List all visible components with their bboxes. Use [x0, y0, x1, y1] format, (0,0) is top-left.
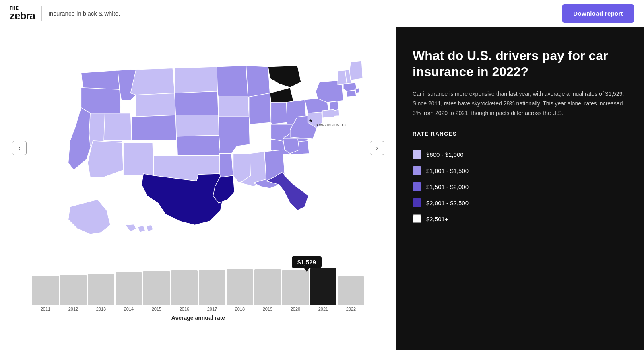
header: THE zebra Insurance in black & white. Do… [0, 0, 644, 27]
chart-year-labels: 2011201220132014201520162017201820192020… [32, 307, 364, 311]
svg-marker-42 [349, 61, 363, 80]
range-label: $2,001 - $2,500 [426, 200, 469, 206]
range-item: $1,001 - $1,500 [413, 166, 628, 175]
map-container: ‹ [8, 35, 388, 261]
range-swatch [413, 182, 421, 191]
svg-marker-45 [347, 90, 356, 97]
svg-marker-12 [174, 91, 218, 115]
svg-marker-23 [249, 93, 271, 124]
bar-chart: $1,529 [32, 265, 364, 305]
svg-marker-6 [136, 93, 175, 117]
svg-marker-19 [219, 117, 250, 154]
svg-marker-1 [81, 88, 120, 113]
svg-marker-24 [268, 66, 301, 88]
range-item: $2,001 - $2,500 [413, 198, 628, 207]
logo: THE zebra [10, 6, 35, 21]
header-tagline: Insurance in black & white. [48, 10, 120, 17]
header-left: THE zebra Insurance in black & white. [10, 6, 120, 21]
svg-marker-18 [218, 97, 249, 117]
svg-marker-9 [87, 141, 123, 177]
chevron-right-icon: › [376, 144, 378, 152]
logo-zebra: zebra [10, 10, 35, 21]
chevron-left-icon: ‹ [18, 144, 20, 152]
range-item: $1,501 - $2,000 [413, 182, 628, 191]
right-panel-heading: What do U.S. drivers pay for car insuran… [413, 47, 628, 80]
chart-x-label: Average annual rate [32, 315, 364, 321]
svg-marker-53 [146, 225, 153, 231]
dc-label: ★ WASHINGTON, D.C. [316, 123, 346, 127]
rate-ranges-list: $600 - $1,000$1,001 - $1,500$1,501 - $2,… [413, 150, 628, 223]
svg-marker-7 [103, 113, 131, 140]
svg-marker-51 [125, 224, 136, 232]
rate-ranges-divider [413, 142, 628, 142]
right-panel: What do U.S. drivers pay for car insuran… [396, 27, 644, 350]
svg-marker-52 [138, 226, 145, 232]
svg-marker-17 [217, 66, 248, 97]
range-swatch [413, 150, 421, 159]
rate-ranges-title: RATE RANGES [413, 131, 628, 137]
svg-marker-47 [334, 109, 339, 116]
header-divider [41, 6, 42, 21]
svg-marker-10 [123, 142, 154, 175]
svg-marker-8 [132, 115, 176, 141]
svg-marker-50 [68, 200, 110, 235]
svg-text:★: ★ [308, 118, 312, 123]
svg-marker-20 [219, 154, 233, 177]
range-item: $2,501+ [413, 214, 628, 223]
right-panel-description: Car insurance is more expensive than las… [413, 89, 628, 118]
range-swatch [413, 198, 421, 207]
chart-wrapper: $1,529 201120122013201420152016201720182… [8, 265, 388, 321]
svg-marker-14 [176, 135, 220, 155]
nav-arrow-right[interactable]: › [370, 141, 384, 155]
nav-arrow-left[interactable]: ‹ [12, 141, 27, 155]
range-label: $2,501+ [426, 216, 448, 222]
svg-marker-48 [322, 109, 334, 118]
range-label: $1,501 - $2,000 [426, 183, 469, 190]
svg-marker-22 [246, 66, 270, 97]
range-item: $600 - $1,000 [413, 150, 628, 159]
range-swatch [413, 214, 421, 223]
range-swatch [413, 166, 421, 175]
svg-marker-33 [266, 172, 308, 210]
range-label: $600 - $1,000 [426, 151, 464, 158]
svg-marker-16 [141, 174, 224, 225]
svg-marker-13 [175, 115, 219, 136]
us-map: ★ ★ WASHINGTON, D.C. [33, 43, 363, 253]
svg-marker-44 [355, 88, 359, 93]
svg-marker-11 [174, 67, 217, 93]
left-panel: ‹ [0, 27, 396, 350]
range-label: $1,001 - $1,500 [426, 167, 469, 174]
svg-marker-26 [271, 102, 287, 124]
download-report-button[interactable]: Download report [562, 4, 634, 23]
main-content: ‹ [0, 27, 644, 350]
